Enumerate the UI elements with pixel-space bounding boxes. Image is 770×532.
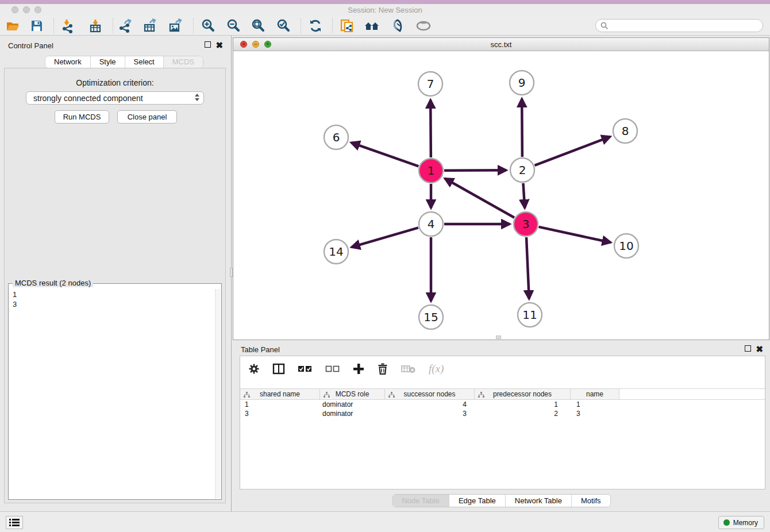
toolbar-separator	[113, 18, 113, 33]
column-header-shared-name[interactable]: shared name	[240, 389, 320, 399]
task-history-button[interactable]	[6, 516, 23, 529]
control-panel: Control Panel ✖ Network Style Select MCD…	[0, 36, 230, 511]
table-row[interactable]: 1 dominator 4 1 1	[240, 400, 765, 409]
search-input[interactable]	[611, 21, 763, 30]
edge-1-7[interactable]	[430, 100, 431, 157]
export-image-icon[interactable]	[167, 18, 183, 34]
cell-shared-name: 1	[240, 400, 320, 408]
edge-2-8[interactable]	[535, 137, 610, 165]
tab-select[interactable]: Select	[125, 56, 164, 68]
table-settings-icon[interactable]	[248, 363, 260, 375]
result-scrollbar[interactable]	[215, 289, 221, 499]
tab-style[interactable]: Style	[91, 56, 125, 68]
main-toolbar	[0, 16, 770, 36]
edge-3-1[interactable]	[445, 179, 514, 218]
edge-2-9[interactable]	[522, 99, 522, 157]
import-table-icon[interactable]	[87, 18, 103, 34]
delete-table-icon[interactable]	[401, 363, 416, 375]
node-label-7: 7	[427, 77, 434, 91]
mcds-result-title: MCDS result (2 nodes)	[13, 279, 93, 287]
mcds-result-text: 1 3	[13, 290, 211, 497]
select-stepper-icon	[195, 94, 199, 101]
zoom-in-icon[interactable]	[200, 18, 216, 34]
tab-network[interactable]: Network	[45, 56, 91, 68]
close-panel-button[interactable]: Close panel	[117, 110, 177, 124]
cell-successor: 3	[385, 410, 475, 418]
desktop-strip	[0, 0, 770, 4]
column-header-mcds-role[interactable]: MCDS role	[320, 389, 385, 399]
node-label-10: 10	[619, 239, 633, 253]
table-float-icon[interactable]	[745, 345, 751, 352]
toolbar-separator	[301, 18, 301, 33]
deselect-all-check-icon[interactable]	[325, 363, 340, 375]
import-network-icon[interactable]	[60, 18, 76, 34]
node-label-9: 9	[518, 76, 526, 90]
tab-mcds[interactable]: MCDS	[164, 56, 203, 68]
memory-button[interactable]: Memory	[718, 516, 764, 529]
edge-1-2[interactable]	[444, 170, 506, 171]
cell-predecessor: 1	[475, 400, 571, 408]
clone-network-icon[interactable]	[339, 18, 355, 34]
run-mcds-button[interactable]: Run MCDS	[55, 110, 109, 124]
toolbar-separator	[53, 18, 54, 33]
cell-mcds-role: dominator	[320, 410, 385, 418]
split-table-icon[interactable]	[272, 363, 285, 375]
network-canvas[interactable]: 7968124314101511	[233, 51, 769, 340]
memory-label: Memory	[733, 519, 758, 527]
edge-3-11[interactable]	[526, 237, 529, 299]
column-header-name[interactable]: name	[571, 389, 619, 399]
paint-style-icon[interactable]	[390, 18, 406, 34]
node-label-3: 3	[522, 217, 530, 231]
float-panel-icon[interactable]	[205, 41, 211, 48]
search-box[interactable]	[595, 19, 763, 32]
zoom-fit-icon[interactable]	[250, 18, 266, 34]
save-session-icon[interactable]	[29, 18, 45, 34]
edge-4-14[interactable]	[352, 228, 418, 247]
ndex-home-icon[interactable]	[364, 18, 380, 34]
refresh-icon[interactable]	[307, 18, 324, 34]
edge-2-3[interactable]	[523, 183, 525, 208]
export-table-icon[interactable]	[142, 18, 158, 34]
tab-edge-table[interactable]: Edge Table	[449, 495, 506, 507]
export-network-icon[interactable]	[117, 18, 133, 34]
network-window-titlebar[interactable]: × − + scc.txt	[233, 38, 769, 51]
tab-network-table[interactable]: Network Table	[506, 495, 572, 507]
node-label-4: 4	[428, 217, 435, 231]
table-toolbar: f(x)	[240, 356, 765, 381]
network-resize-handle[interactable]	[496, 336, 501, 339]
optimization-criterion-label: Optimization criterion:	[5, 78, 225, 87]
network-window: × − + scc.txt 7968124314101511	[233, 37, 769, 340]
close-panel-icon[interactable]: ✖	[215, 42, 223, 48]
tab-motifs[interactable]: Motifs	[572, 495, 610, 507]
column-type-icon	[244, 392, 250, 398]
select-all-check-icon[interactable]	[298, 363, 313, 375]
control-panel-tabs: Network Style Select MCDS	[45, 56, 203, 68]
node-label-1: 1	[428, 164, 435, 178]
search-icon	[600, 22, 609, 30]
edge-1-6[interactable]	[351, 142, 418, 166]
status-bar: Memory	[0, 511, 770, 532]
table-header-row: shared name MCDS role successor nodes pr…	[240, 388, 765, 400]
cell-name: 3	[571, 410, 619, 418]
edge-3-10[interactable]	[538, 227, 610, 242]
criterion-select[interactable]: strongly connected component	[26, 91, 204, 105]
cell-shared-name: 3	[240, 410, 320, 418]
show-hide-icon[interactable]	[415, 18, 432, 34]
delete-column-icon[interactable]	[377, 363, 388, 375]
tab-node-table[interactable]: Node Table	[392, 495, 449, 507]
criterion-value: strongly connected component	[33, 94, 143, 103]
cell-successor: 4	[385, 400, 475, 408]
table-close-icon[interactable]: ✖	[756, 346, 763, 352]
zoom-selected-icon[interactable]	[275, 18, 291, 34]
open-session-icon[interactable]	[5, 18, 21, 34]
column-header-successor-nodes[interactable]: successor nodes	[385, 389, 475, 399]
column-header-predecessor-nodes[interactable]: predecessor nodes	[475, 389, 571, 399]
control-panel-title: Control Panel	[8, 41, 53, 50]
table-row[interactable]: 3 dominator 3 2 3	[240, 409, 765, 418]
add-column-icon[interactable]	[353, 363, 364, 375]
node-label-2: 2	[519, 163, 526, 177]
cell-mcds-role: dominator	[320, 400, 385, 408]
table-tabs: Node Table Edge Table Network Table Moti…	[392, 494, 610, 507]
apply-function-icon[interactable]: f(x)	[429, 363, 444, 375]
zoom-out-icon[interactable]	[225, 18, 241, 34]
